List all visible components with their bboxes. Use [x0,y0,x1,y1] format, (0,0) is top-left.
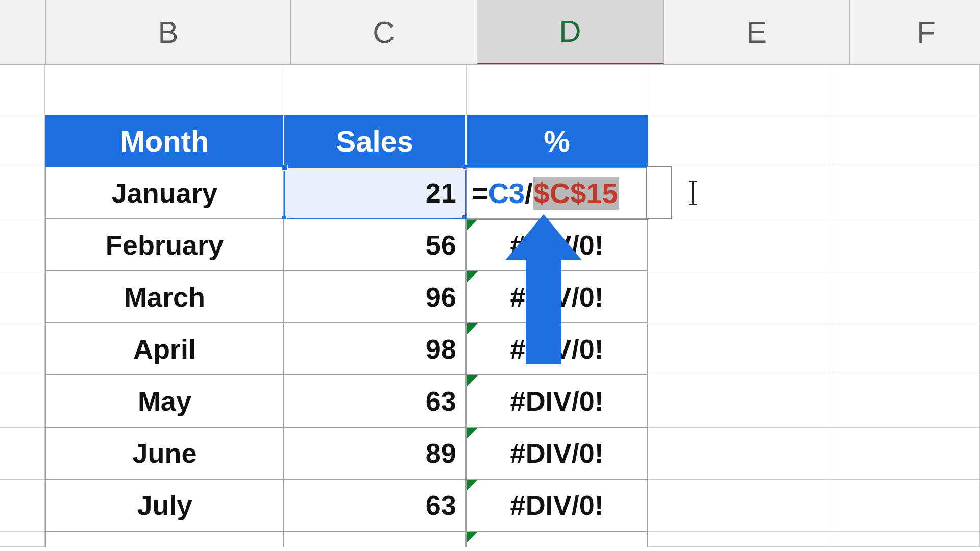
cell-percent-error[interactable]: #DIV/0! [467,428,649,480]
header-label: Month [120,124,209,158]
cell-blank[interactable] [467,532,649,547]
grid-row [0,532,980,547]
cell-blank[interactable] [648,480,830,532]
column-header-label: E [746,15,767,50]
cell-percent-error[interactable]: #DIV/0! [467,375,649,428]
cell-blank[interactable] [45,532,284,547]
cell-value: #DIV/0! [510,281,604,313]
cell-A3[interactable] [0,167,45,219]
cell-A2[interactable] [0,115,45,167]
cell-value: #DIV/0! [510,385,604,417]
cell-blank[interactable] [648,375,830,428]
cell-sales[interactable]: 63 [284,480,467,532]
cell-blank[interactable] [830,219,980,271]
cell-month[interactable]: April [45,323,284,375]
table-row: May 63 #DIV/0! [0,375,980,428]
formula-ref-relative: C3 [488,177,525,210]
column-header-D[interactable]: D [477,0,664,64]
cell-blank[interactable] [830,480,980,532]
table-row: March 96 #DIV/0! [0,271,980,323]
column-header-label: B [158,15,178,50]
cell-percent-error[interactable]: #DIV/0! [467,480,649,532]
cell-value: February [106,229,224,261]
column-header-label: C [373,15,395,50]
cell-month[interactable]: February [45,219,284,271]
header-label: Sales [336,124,414,158]
cell-blank[interactable] [830,428,980,480]
column-header-B[interactable]: B [46,0,291,64]
cell-E2[interactable] [648,115,830,167]
cell-stub[interactable] [0,271,45,323]
cell-stub[interactable] [0,323,45,375]
text-cursor-icon [692,182,694,204]
cell-percent-error[interactable]: #DIV/0! [467,271,649,323]
cell-value: 98 [426,333,456,365]
cell-value: #DIV/0! [510,437,604,469]
cell-month[interactable]: January [45,167,284,219]
cell-blank[interactable] [830,375,980,428]
cell-blank[interactable] [284,532,467,547]
column-header-F[interactable]: F [850,0,980,64]
cell-sales[interactable]: 98 [284,323,467,375]
cell-value: May [138,385,191,417]
cell-F1[interactable] [830,65,980,115]
cell-month[interactable]: March [45,271,284,323]
grid-row [0,65,980,115]
formula-operator: / [525,177,533,210]
cell-sales[interactable]: 63 [284,375,467,428]
cell-value: 21 [426,177,456,209]
cell-value: #DIV/0! [510,229,604,261]
cell-E3[interactable] [648,167,830,219]
cell-month[interactable]: June [45,428,284,480]
cell-stub[interactable] [0,428,45,480]
cell-F2[interactable] [830,115,980,167]
formula-equals: = [472,177,488,210]
cell-percent-error[interactable]: #DIV/0! [467,323,649,375]
table-row: July 63 #DIV/0! [0,480,980,532]
cell-blank[interactable] [830,323,980,375]
cell-blank[interactable] [648,428,830,480]
grid-body: Month Sales % January 21 =C3/$C$15 [0,65,980,547]
cell-C1[interactable] [284,65,467,115]
column-header-stub[interactable] [0,0,46,64]
table-row: April 98 #DIV/0! [0,323,980,375]
cell-stub[interactable] [0,532,45,547]
header-label: % [544,124,570,158]
cell-blank[interactable] [830,532,980,547]
cell-blank[interactable] [648,532,830,547]
header-month[interactable]: Month [45,115,284,167]
cell-blank[interactable] [648,323,830,375]
cell-F3[interactable] [830,167,980,219]
cell-value: 89 [426,437,456,469]
header-sales[interactable]: Sales [284,115,467,167]
cell-sales[interactable]: 89 [284,428,467,480]
cell-E1[interactable] [648,65,830,115]
cell-stub[interactable] [0,219,45,271]
cell-sales[interactable]: 56 [284,219,467,271]
spreadsheet-viewport: B C D E F Month Sales % January [0,0,980,551]
column-header-E[interactable]: E [664,0,850,64]
cell-sales[interactable]: 96 [284,271,467,323]
cell-percent-error[interactable]: #DIV/0! [467,219,649,271]
cell-stub[interactable] [0,375,45,428]
table-row: June 89 #DIV/0! [0,428,980,480]
column-header-C[interactable]: C [291,0,477,64]
cell-D1[interactable] [467,65,649,115]
cell-value: June [132,437,197,469]
cell-value: 63 [426,489,456,521]
cell-A1[interactable] [0,65,45,115]
cell-sales-referenced[interactable]: 21 [284,167,467,219]
column-header-label: D [559,14,581,49]
header-percent[interactable]: % [467,115,649,167]
cell-blank[interactable] [830,271,980,323]
cell-blank[interactable] [648,271,830,323]
cell-month[interactable]: May [45,375,284,428]
cell-blank[interactable] [648,219,830,271]
table-header-row: Month Sales % [0,115,980,167]
column-header-label: F [917,15,936,50]
column-headers-row: B C D E F [0,0,980,65]
cell-B1[interactable] [45,65,284,115]
cell-stub[interactable] [0,480,45,532]
cell-formula-editing[interactable]: =C3/$C$15 [467,167,649,219]
cell-month[interactable]: July [45,480,284,532]
